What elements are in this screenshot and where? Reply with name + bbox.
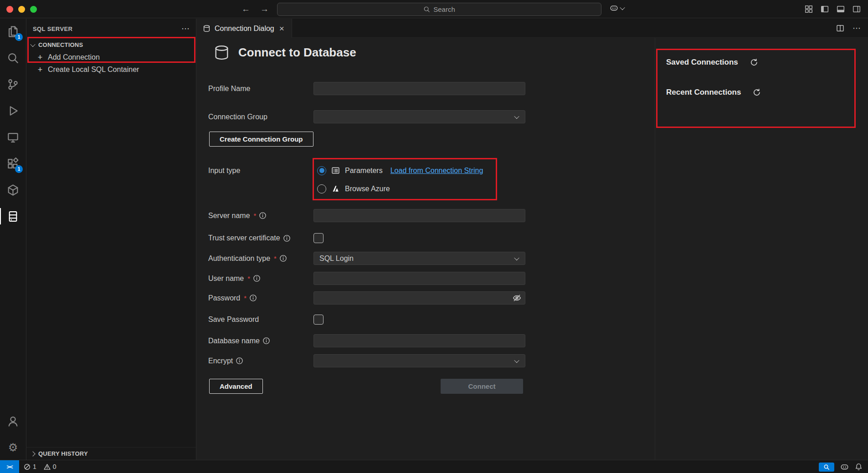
save-password-checkbox[interactable] [313, 315, 324, 325]
trust-server-certificate-label: Trust server certificate [208, 234, 280, 242]
sidebar-sql-server: SQL SERVER ⋯ CONNECTIONS + Add Connectio… [26, 19, 196, 460]
close-tab-icon[interactable]: × [278, 24, 285, 33]
notifications-bell-icon[interactable] [855, 463, 863, 471]
save-password-label: Save Password [208, 315, 259, 324]
activity-accounts-icon[interactable] [0, 409, 26, 433]
browse-azure-radio[interactable] [317, 184, 326, 193]
sidebar-section-query-history[interactable]: QUERY HISTORY [26, 447, 196, 460]
activity-bar: 1 1 ⚙ [0, 19, 26, 460]
refresh-icon[interactable] [753, 88, 761, 97]
split-editor-icon[interactable] [836, 24, 844, 32]
advanced-button[interactable]: Advanced [209, 379, 263, 394]
authentication-type-label: Authentication type [208, 254, 270, 263]
required-marker: * [244, 294, 247, 302]
browse-azure-label: Browse Azure [345, 185, 390, 193]
titlebar: ← → Search [0, 0, 868, 18]
navigate-forward-icon[interactable]: → [260, 4, 269, 14]
encrypt-row: Encrypt [208, 354, 525, 367]
close-window-button[interactable] [6, 6, 13, 13]
info-icon [236, 357, 243, 365]
profile-name-label: Profile Name [208, 85, 250, 93]
copilot-status-icon[interactable] [840, 463, 849, 471]
editor-group: Connection Dialog × ⋯ Connect to Databas… [196, 19, 868, 460]
problems-status[interactable]: 1 0 [19, 463, 56, 470]
input-type-label: Input type [208, 167, 240, 175]
server-name-row: Server name * [208, 209, 525, 222]
activity-sql-server-icon[interactable] [0, 204, 26, 228]
password-label: Password [208, 294, 240, 302]
info-icon [259, 212, 267, 219]
database-icon [203, 25, 211, 32]
parameters-icon [331, 166, 340, 175]
activity-containers-icon[interactable] [0, 178, 26, 202]
navigate-back-icon[interactable]: ← [241, 4, 250, 14]
parameters-radio[interactable] [317, 166, 326, 175]
required-marker: * [274, 254, 277, 262]
sidebar-item-add-connection[interactable]: + Add Connection [26, 51, 196, 63]
chevron-down-icon [620, 5, 625, 10]
activity-run-debug-icon[interactable] [0, 99, 26, 122]
toggle-password-visibility-icon[interactable] [513, 294, 521, 302]
minimize-window-button[interactable] [18, 6, 25, 13]
activity-remote-explorer-icon[interactable] [0, 125, 26, 149]
connect-button[interactable]: Connect [441, 379, 523, 394]
activity-source-control-icon[interactable] [0, 72, 26, 96]
remote-icon: >< [6, 463, 12, 470]
tab-connection-dialog[interactable]: Connection Dialog × [196, 19, 292, 38]
recent-connections-label: Recent Connections [666, 88, 741, 97]
encrypt-select[interactable] [313, 354, 525, 367]
load-from-connection-string-link[interactable]: Load from Connection String [390, 167, 483, 175]
info-icon [283, 234, 291, 242]
user-name-input[interactable] [313, 272, 525, 285]
database-name-input[interactable] [313, 334, 525, 347]
server-name-input[interactable] [313, 209, 525, 222]
zoom-status-button[interactable] [819, 463, 834, 472]
toggle-secondary-sidebar-icon[interactable] [853, 5, 861, 13]
copilot-menu[interactable] [610, 4, 624, 12]
authentication-type-select[interactable]: SQL Login [313, 252, 525, 265]
password-input[interactable] [313, 291, 525, 305]
activity-settings-gear-icon[interactable]: ⚙ [0, 436, 26, 459]
command-center-search[interactable]: Search [277, 3, 601, 16]
saved-connections-row: Saved Connections [666, 58, 758, 67]
chevron-down-icon [514, 114, 519, 119]
trust-server-certificate-row: Trust server certificate [208, 233, 324, 243]
user-name-row: User name * [208, 272, 525, 285]
profile-name-input[interactable] [313, 82, 525, 95]
recent-connections-row: Recent Connections [666, 88, 761, 97]
customize-layout-icon[interactable] [805, 5, 813, 13]
error-count: 1 [33, 463, 36, 470]
save-password-row: Save Password [208, 315, 324, 325]
chevron-down-icon [30, 41, 35, 46]
required-marker: * [247, 275, 250, 282]
create-connection-group-button[interactable]: Create Connection Group [209, 132, 313, 147]
toggle-panel-icon[interactable] [837, 5, 845, 13]
trust-server-certificate-checkbox[interactable] [313, 233, 324, 243]
warning-count: 0 [53, 463, 56, 470]
azure-icon [331, 184, 340, 193]
connection-group-select[interactable] [313, 110, 525, 123]
search-label: Search [433, 5, 455, 13]
maximize-window-button[interactable] [30, 6, 37, 13]
input-type-parameters-option: Parameters Load from Connection String [317, 164, 483, 177]
sidebar-item-create-local-sql-container[interactable]: + Create Local SQL Container [26, 63, 196, 76]
activity-explorer-icon[interactable]: 1 [0, 20, 26, 43]
toggle-primary-sidebar-icon[interactable] [821, 5, 829, 13]
editor-more-actions-icon[interactable]: ⋯ [853, 23, 861, 33]
connection-group-row: Connection Group [208, 110, 525, 123]
chevron-right-icon [30, 451, 35, 456]
database-icon [213, 44, 230, 61]
tab-bar: Connection Dialog × ⋯ [196, 19, 868, 38]
plus-icon: + [36, 53, 44, 61]
sidebar-section-connections[interactable]: CONNECTIONS [26, 39, 196, 51]
sidebar-more-actions-icon[interactable]: ⋯ [181, 24, 190, 34]
server-name-label: Server name [208, 212, 250, 220]
activity-search-icon[interactable] [0, 46, 26, 70]
remote-indicator[interactable]: >< [0, 460, 19, 473]
input-type-row: Input type [208, 164, 313, 177]
activity-extensions-icon[interactable]: 1 [0, 152, 26, 175]
connection-dialog-webview: Connect to Database Profile Name Connect… [196, 38, 868, 460]
refresh-icon[interactable] [750, 58, 758, 66]
window-controls [6, 6, 37, 13]
authentication-type-row: Authentication type * SQL Login [208, 252, 525, 265]
